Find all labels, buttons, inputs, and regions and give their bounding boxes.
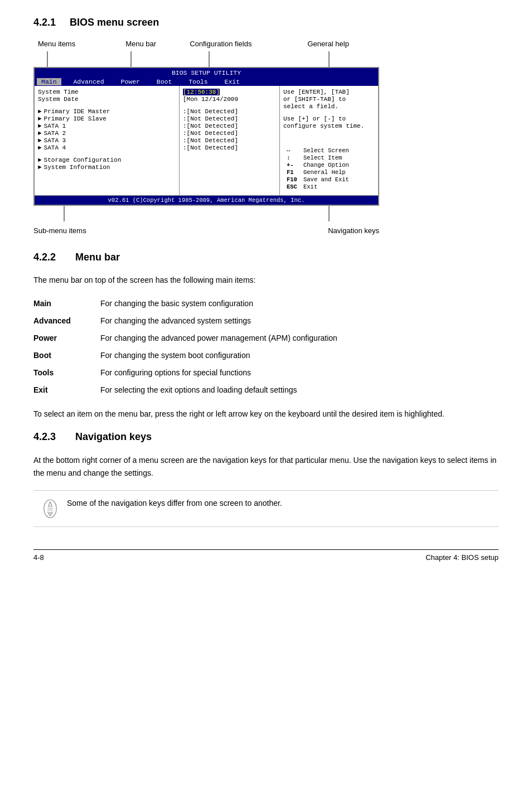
help-text-3: select a field. [283,103,338,110]
bios-nav-keys-panel: ↔ Select Screen ↕ Select Item +- Change … [283,143,375,193]
system-info-row: ► System Information [38,164,176,171]
bottom-connector-lines [33,206,379,221]
storage-config-row: ► Storage Configuration [38,157,176,163]
footer-chapter: Chapter 4: BIOS setup [425,553,499,562]
bios-diagram: Menu items Menu bar Configuration fields… [33,40,499,235]
menu-desc-advanced: For changing the advanced system setting… [100,312,499,330]
nav-key-plusminus: +- Change Option [287,162,371,168]
sata3-row: ► SATA 3 [38,137,176,144]
label-nav-keys: Navigation keys [328,226,379,235]
label-sub-menu: Sub-menu items [33,226,86,235]
section-423: 4.2.3 Navigation keys At the bottom righ… [33,431,499,527]
arrow-icon-4: ► [38,130,42,137]
section-421-title: BIOS menu screen [70,17,159,28]
sata2-label: SATA 2 [44,130,66,137]
help-line-2: or [SHIFT-TAB] to [283,96,375,103]
menu-label-exit: Exit [33,381,100,399]
footer-page-number: 4-8 [33,553,44,562]
menu-row-tools: Tools For configuring options for specia… [33,364,499,381]
sata2-value: :[Not Detected] [183,130,238,137]
ide-master-value: :[Not Detected] [183,108,238,115]
label-config-fields: Configuration fields [190,40,252,48]
sata4-row: ► SATA 4 [38,144,176,151]
nav-key-desc-esc: Exit [303,183,317,190]
bios-menu-power[interactable]: Power [109,78,144,85]
arrow-icon-2: ► [38,115,42,122]
bios-center-panel: [12:56:38] [Mon 12/14/2009 :[Not Detecte… [180,86,280,195]
sata3-value-row: :[Not Detected] [183,137,276,144]
sata1-label: SATA 1 [44,123,66,129]
menu-bar-intro: The menu bar on top of the screen has th… [33,274,499,286]
note-content: Some of the navigation keys differ from … [67,499,282,508]
bios-top-bar: BIOS SETUP UTILITY [35,68,378,78]
system-time-row: System Time [38,89,176,95]
system-time-value-row: [12:56:38] [183,89,276,95]
system-date-value: [Mon 12/14/2009 [183,96,238,103]
sata1-row: ► SATA 1 [38,123,176,129]
menu-desc-boot: For changing the system boot configurati… [100,347,499,364]
sata1-value-row: :[Not Detected] [183,123,276,129]
bios-menu-main[interactable]: Main [37,78,61,85]
help-line-6: configure system time. [283,123,375,129]
system-time-value: [12:56:38] [183,89,220,95]
menu-row-advanced: Advanced For changing the advanced syste… [33,312,499,330]
section-423-heading: 4.2.3 Navigation keys [33,431,499,443]
label-general-help: General help [307,40,349,48]
primary-ide-slave-label: Primary IDE Slave [44,115,107,122]
bios-screen: BIOS SETUP UTILITY Main Advanced Power B… [33,67,379,206]
menu-desc-power: For changing the advanced power manageme… [100,330,499,347]
bios-right-panel: Use [ENTER], [TAB] or [SHIFT-TAB] to sel… [280,86,378,195]
nav-key-desc-lr: Select Screen [303,147,349,154]
section-421-heading: 4.2.1 BIOS menu screen [33,17,499,28]
nav-key-esc: ESC Exit [287,183,371,190]
menu-desc-exit: For selecting the exit options and loadi… [100,381,499,399]
label-menu-bar: Menu bar [125,40,156,48]
ide-slave-value-row: :[Not Detected] [183,115,276,122]
section-423-number: 4.2.3 [33,431,56,442]
menu-row-main: Main For changing the basic system confi… [33,295,499,312]
menu-bar-table: Main For changing the basic system confi… [33,295,499,399]
nav-key-symbol-f10: F10 [287,176,303,183]
arrow-icon-5: ► [38,137,42,144]
note-box: Some of the navigation keys differ from … [33,490,499,527]
nav-key-symbol-f1: F1 [287,169,303,176]
sata4-value-row: :[Not Detected] [183,144,276,151]
menu-row-boot: Boot For changing the system boot config… [33,347,499,364]
nav-keys-intro: At the bottom right corner of a menu scr… [33,454,499,479]
section-422-heading: 4.2.2 Menu bar [33,252,499,263]
nav-key-f1: F1 General Help [287,169,371,176]
nav-key-updown: ↕ Select Item [287,154,371,161]
sata2-row: ► SATA 2 [38,130,176,137]
system-time-label: System Time [38,89,79,95]
bios-menu-advanced[interactable]: Advanced [61,78,109,85]
arrow-icon-7: ► [38,157,42,163]
label-menu-items: Menu items [38,40,75,48]
page-footer: 4-8 Chapter 4: BIOS setup [33,549,499,562]
menu-bar-footer-text: To select an item on the menu bar, press… [33,408,499,420]
menu-row-exit: Exit For selecting the exit options and … [33,381,499,399]
section-423-title: Navigation keys [75,431,152,442]
bios-menu-tools[interactable]: Tools [176,78,212,85]
bios-menu-exit[interactable]: Exit [212,78,244,85]
nav-key-desc-ud: Select Item [303,154,342,161]
connector-lines [33,51,379,67]
system-date-label: System Date [38,96,79,103]
sata4-label: SATA 4 [44,144,66,151]
arrow-icon-1: ► [38,108,42,115]
section-421-number: 4.2.1 [33,17,56,28]
section-422-number: 4.2.2 [33,252,56,263]
bios-menu-boot[interactable]: Boot [144,78,176,85]
pencil-icon [39,497,61,520]
system-date-value-row: [Mon 12/14/2009 [183,96,276,103]
system-info-label: System Information [44,164,110,171]
nav-key-symbol-ud: ↕ [287,154,303,161]
nav-key-symbol-lr: ↔ [287,147,303,154]
diagram-bottom-labels: Sub-menu items Navigation keys [33,226,379,235]
note-text: Some of the navigation keys differ from … [67,497,282,509]
primary-ide-master-label: Primary IDE Master [44,108,110,115]
section-422-title: Menu bar [75,252,120,263]
ide-slave-value: :[Not Detected] [183,115,238,122]
sata4-value: :[Not Detected] [183,144,238,151]
bios-footer-text: v02.61 (C)Copyright 1985-2009, American … [108,197,305,204]
sata3-label: SATA 3 [44,137,66,144]
